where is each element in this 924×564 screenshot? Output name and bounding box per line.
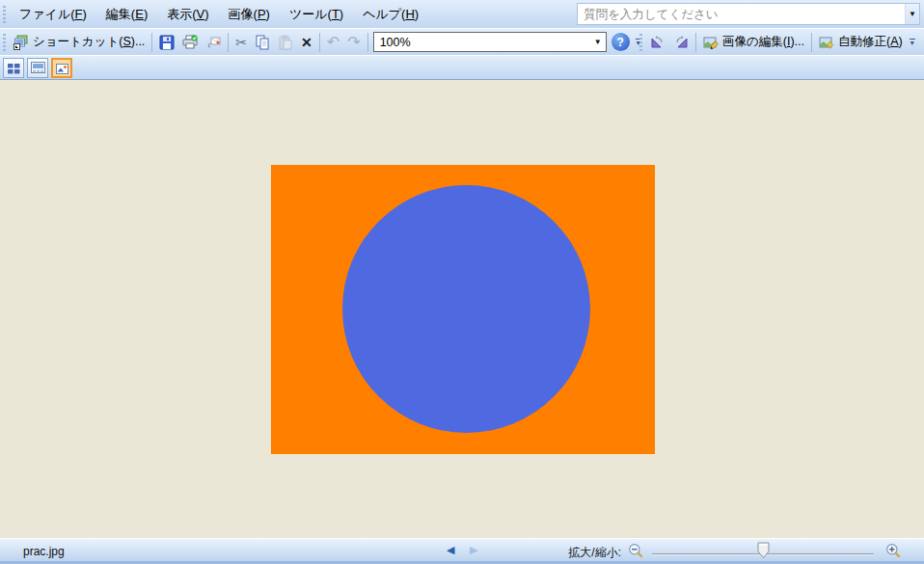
toolbar-separator (319, 33, 320, 52)
menu-help[interactable]: ヘルプ(H) (353, 1, 428, 28)
picture-toolbar-grip-handle[interactable] (639, 34, 642, 51)
picture-manager-window: ファイル(F) 編集(E) 表示(V) 画像(P) ツール(T) ヘルプ(H) … (0, 0, 924, 564)
toolbar-separator (367, 33, 368, 52)
cut-icon: ✂ (235, 36, 247, 49)
zoom-value-input[interactable] (374, 36, 590, 49)
question-dropdown-arrow[interactable]: ▼ (905, 4, 919, 24)
zoom-slider-thumb[interactable] (757, 542, 770, 562)
mail-attachment-icon (205, 35, 221, 50)
menu-file[interactable]: ファイル(F) (10, 1, 96, 28)
help-icon: ? (616, 36, 623, 49)
cut-button[interactable]: ✂ (231, 31, 251, 53)
edit-pictures-label: 画像の編集(I)... (722, 34, 804, 50)
zoom-combobox[interactable]: ▼ (373, 32, 607, 52)
copy-button[interactable] (251, 31, 274, 53)
save-button[interactable] (155, 31, 178, 53)
single-picture-view-icon (56, 63, 68, 73)
blue-circle-shape (342, 185, 590, 433)
delete-icon: ✕ (301, 36, 313, 49)
filmstrip-view-button[interactable] (27, 58, 48, 78)
rotate-left-button[interactable] (646, 31, 669, 53)
menu-view[interactable]: 表示(V) (157, 1, 218, 28)
menubar-grip-handle[interactable] (3, 6, 6, 23)
filmstrip-view-icon (31, 62, 45, 73)
edit-pictures-button[interactable]: 画像の編集(I)... (699, 31, 808, 53)
next-picture-button[interactable]: ▶ (470, 544, 477, 556)
save-icon (159, 35, 175, 50)
shortcut-icon (14, 35, 29, 50)
zoom-out-button[interactable] (628, 543, 643, 561)
picture-toolbar: 画像の編集(I)... 自動修正(A) ▼ (637, 29, 918, 55)
picture-canvas (0, 81, 924, 538)
zoom-out-icon (628, 543, 643, 558)
toolbar-separator (695, 33, 696, 52)
toolbar-separator (811, 33, 812, 52)
help-button[interactable]: ? (611, 33, 630, 51)
toolbar-separator (151, 33, 152, 52)
zoom-in-button[interactable] (885, 543, 901, 561)
view-mode-bar (0, 55, 924, 80)
shortcuts-button-label: ショートカット(S)... (33, 34, 145, 50)
print-button[interactable] (178, 31, 202, 53)
send-mail-button[interactable] (202, 31, 225, 53)
paste-button[interactable] (274, 31, 297, 53)
current-filename: prac.jpg (23, 545, 65, 558)
paste-icon (278, 35, 293, 50)
undo-icon: ↶ (327, 36, 340, 49)
redo-icon: ↷ (347, 36, 360, 49)
zoom-dropdown-arrow[interactable]: ▼ (590, 38, 606, 46)
thumbnail-view-icon (8, 63, 20, 73)
redo-button[interactable]: ↷ (343, 31, 364, 53)
undo-button[interactable]: ↶ (323, 31, 343, 53)
single-picture-view-button[interactable] (51, 58, 72, 78)
zoom-slider-label: 拡大/縮小: (568, 545, 621, 561)
picture-toolbar-options-chevron[interactable]: ▼ (907, 33, 918, 52)
shortcuts-button[interactable]: ショートカット(S)... (10, 31, 149, 53)
rotate-left-icon (650, 35, 666, 50)
standard-toolbar: ショートカット(S)... ✂ ✕ ↶ ↷ ▼ ? ▼ (0, 28, 924, 55)
type-a-question-box: ▼ (577, 3, 920, 25)
autocorrect-label: 自動修正(A) (838, 34, 903, 50)
zoom-in-icon (885, 543, 901, 558)
picture-prac-jpg (271, 165, 655, 454)
menu-bar: ファイル(F) 編集(E) 表示(V) 画像(P) ツール(T) ヘルプ(H) … (0, 0, 924, 28)
delete-button[interactable]: ✕ (297, 31, 316, 53)
menu-tools[interactable]: ツール(T) (280, 1, 353, 28)
question-input[interactable] (578, 4, 905, 24)
thumbnail-view-button[interactable] (3, 58, 24, 78)
toolbar-separator (228, 33, 229, 52)
toolbar-grip-handle[interactable] (3, 34, 6, 51)
copy-icon (255, 35, 270, 50)
print-icon (182, 35, 198, 50)
autocorrect-icon (819, 35, 834, 50)
menu-picture[interactable]: 画像(P) (219, 1, 280, 28)
menu-edit[interactable]: 編集(E) (96, 1, 157, 28)
rotate-right-button[interactable] (669, 31, 693, 53)
previous-picture-button[interactable]: ◀ (447, 544, 454, 556)
autocorrect-button[interactable]: 自動修正(A) (815, 31, 907, 53)
status-bar: prac.jpg ◀ ▶ 拡大/縮小: (0, 538, 924, 564)
rotate-right-icon (673, 35, 689, 50)
edit-pictures-icon (703, 35, 719, 50)
